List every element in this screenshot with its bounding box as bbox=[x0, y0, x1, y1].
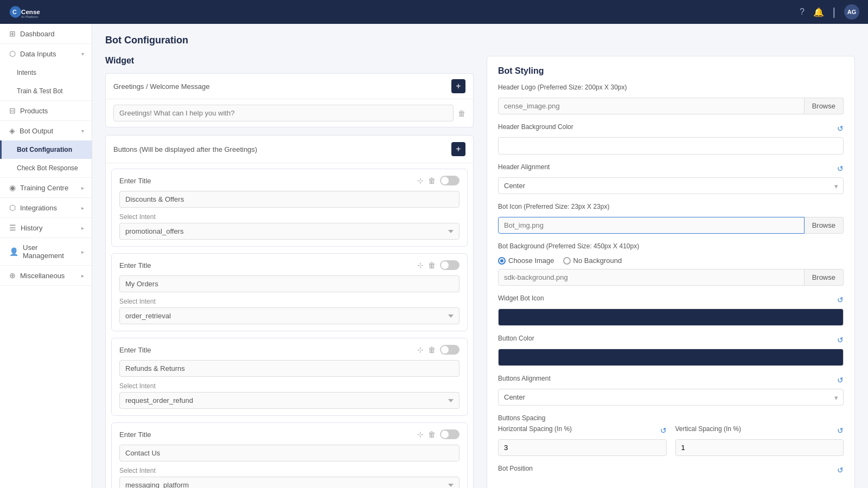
bot-bg-browse-button[interactable]: Browse bbox=[805, 269, 844, 286]
buttons-section: Buttons (Will be displayed after the Gre… bbox=[105, 135, 474, 488]
widget-bot-icon-bar[interactable] bbox=[498, 309, 844, 326]
sidebar-item-data-inputs[interactable]: ⬡ Data Inputs ▾ bbox=[0, 44, 92, 63]
chevron-icon: ▾ bbox=[81, 128, 84, 134]
sidebar-item-intents[interactable]: Intents bbox=[0, 63, 92, 82]
button-title-label-1: Enter Title bbox=[119, 177, 151, 185]
intent-label-3: Select Intent bbox=[119, 382, 459, 390]
reset-buttons-alignment-icon[interactable]: ↺ bbox=[837, 376, 844, 384]
bot-output-icon: ◈ bbox=[9, 126, 15, 135]
choose-image-radio[interactable]: Choose Image bbox=[498, 256, 554, 265]
chevron-icon: ▸ bbox=[81, 249, 84, 255]
header-alignment-field: Header Alignment ↺ CenterLeftRight bbox=[498, 163, 844, 194]
button-card-2: Enter Title ⊹ 🗑 Select Int bbox=[111, 253, 468, 331]
button-card-1: Enter Title ⊹ 🗑 Select Int bbox=[111, 169, 468, 247]
toggle-1[interactable] bbox=[440, 176, 459, 185]
reset-h-spacing-icon[interactable]: ↺ bbox=[660, 426, 667, 435]
widget-bot-icon-label: Widget Bot Icon bbox=[498, 294, 544, 302]
toggle-knob-1 bbox=[441, 177, 449, 184]
sidebar-item-label: Data Inputs bbox=[20, 50, 56, 58]
buttons-alignment-select-wrapper: CenterLeftRight bbox=[498, 389, 844, 406]
page-title: Bot Configuration bbox=[105, 35, 855, 46]
sidebar-item-training-centre[interactable]: ◉ Training Centre ▸ bbox=[0, 178, 92, 197]
sidebar-item-miscellaneous[interactable]: ⊕ Miscellaneous ▸ bbox=[0, 266, 92, 285]
header-logo-input[interactable] bbox=[498, 98, 805, 114]
button-card-4-header: Enter Title ⊹ 🗑 bbox=[119, 429, 459, 439]
button-card-4: Enter Title ⊹ 🗑 Select Int bbox=[111, 422, 468, 488]
intent-select-2[interactable]: order_retrieval bbox=[119, 307, 459, 324]
button-card-3-actions: ⊹ 🗑 bbox=[417, 345, 459, 355]
buttons-alignment-header: Buttons Alignment ↺ bbox=[498, 375, 844, 386]
delete-button-2-icon[interactable]: 🗑 bbox=[428, 261, 436, 269]
reset-header-bg-icon[interactable]: ↺ bbox=[837, 124, 844, 133]
toggle-3[interactable] bbox=[440, 345, 459, 355]
reset-button-color-icon[interactable]: ↺ bbox=[837, 336, 844, 344]
add-button-button[interactable]: + bbox=[451, 142, 465, 156]
divider: | bbox=[833, 6, 835, 18]
add-greeting-button[interactable]: + bbox=[451, 79, 465, 93]
choose-image-label: Choose Image bbox=[508, 256, 554, 265]
header-alignment-label: Header Alignment bbox=[498, 163, 550, 171]
header-alignment-select-wrapper: CenterLeftRight bbox=[498, 177, 844, 194]
sidebar-item-label: Training Centre bbox=[20, 184, 68, 192]
bot-icon-browse-button[interactable]: Browse bbox=[805, 217, 844, 234]
header-bg-color-header: Header Background Color ↺ bbox=[498, 123, 844, 134]
user-management-icon: 👤 bbox=[9, 247, 18, 256]
button-title-input-2[interactable] bbox=[119, 275, 459, 292]
buttons-list: Enter Title ⊹ 🗑 Select Int bbox=[106, 163, 473, 488]
sidebar-item-history[interactable]: ☰ History ▸ bbox=[0, 218, 92, 237]
drag-icon-2[interactable]: ⊹ bbox=[417, 261, 424, 269]
delete-button-1-icon[interactable]: 🗑 bbox=[428, 176, 436, 185]
delete-greeting-icon[interactable]: 🗑 bbox=[458, 109, 465, 118]
reset-bot-position-icon[interactable]: ↺ bbox=[837, 466, 844, 474]
bell-icon[interactable]: 🔔 bbox=[813, 7, 824, 17]
button-card-1-header: Enter Title ⊹ 🗑 bbox=[119, 176, 459, 185]
reset-header-alignment-icon[interactable]: ↺ bbox=[837, 164, 844, 173]
buttons-label: Buttons (Will be displayed after the Gre… bbox=[113, 145, 257, 153]
products-icon: ⊟ bbox=[9, 106, 16, 115]
no-bg-radio-dot bbox=[563, 257, 571, 265]
button-title-input-3[interactable] bbox=[119, 360, 459, 377]
header-logo-browse-button[interactable]: Browse bbox=[805, 98, 844, 114]
sidebar-item-check-bot-response[interactable]: Check Bot Response bbox=[0, 159, 92, 177]
history-icon: ☰ bbox=[9, 223, 16, 232]
bot-icon-input[interactable] bbox=[498, 217, 805, 234]
sidebar-item-user-management[interactable]: 👤 User Management ▸ bbox=[0, 238, 92, 265]
greeting-input[interactable] bbox=[113, 105, 454, 121]
user-avatar[interactable]: AG bbox=[844, 4, 859, 20]
intent-select-4[interactable]: messaging_platform bbox=[119, 477, 459, 488]
button-card-1-actions: ⊹ 🗑 bbox=[417, 176, 459, 185]
bot-bg-input[interactable] bbox=[498, 269, 805, 286]
header-alignment-select[interactable]: CenterLeftRight bbox=[498, 177, 844, 194]
sidebar-item-train-test[interactable]: Train & Test Bot bbox=[0, 82, 92, 100]
delete-button-4-icon[interactable]: 🗑 bbox=[428, 430, 436, 439]
button-title-input-4[interactable] bbox=[119, 445, 459, 461]
horizontal-spacing-input[interactable] bbox=[498, 439, 667, 456]
sidebar-item-dashboard[interactable]: ⊞ Dashboard bbox=[0, 24, 92, 43]
button-title-input-1[interactable] bbox=[119, 191, 459, 208]
reset-widget-bot-icon[interactable]: ↺ bbox=[837, 296, 844, 304]
header-bg-color-input[interactable] bbox=[498, 137, 844, 155]
drag-icon-1[interactable]: ⊹ bbox=[417, 176, 424, 185]
drag-icon-4[interactable]: ⊹ bbox=[417, 430, 424, 439]
sidebar-item-label: Bot Output bbox=[20, 127, 53, 135]
sidebar-item-products[interactable]: ⊟ Products bbox=[0, 101, 92, 120]
toggle-4[interactable] bbox=[440, 429, 459, 439]
sidebar-item-bot-configuration[interactable]: Bot Configuration bbox=[0, 140, 92, 159]
sidebar-item-bot-output[interactable]: ◈ Bot Output ▾ bbox=[0, 121, 92, 140]
toggle-2[interactable] bbox=[440, 260, 459, 270]
buttons-alignment-select[interactable]: CenterLeftRight bbox=[498, 389, 844, 406]
chevron-icon: ▸ bbox=[81, 185, 84, 191]
drag-icon-3[interactable]: ⊹ bbox=[417, 345, 424, 354]
intent-select-3[interactable]: request_order_refund bbox=[119, 392, 459, 409]
no-background-radio[interactable]: No Background bbox=[563, 256, 622, 265]
reset-v-spacing-icon[interactable]: ↺ bbox=[837, 426, 844, 435]
navbar-right: ? 🔔 | AG bbox=[800, 4, 859, 20]
help-icon[interactable]: ? bbox=[800, 7, 805, 17]
sidebar-item-integrations[interactable]: ⬡ Integrations ▸ bbox=[0, 198, 92, 217]
sidebar-item-label: Integrations bbox=[20, 204, 57, 212]
delete-button-3-icon[interactable]: 🗑 bbox=[428, 345, 436, 354]
sidebar-misc-section: ⊕ Miscellaneous ▸ bbox=[0, 266, 92, 286]
intent-select-1[interactable]: promotional_offers bbox=[119, 223, 459, 240]
button-color-bar[interactable] bbox=[498, 349, 844, 366]
vertical-spacing-input[interactable] bbox=[675, 439, 844, 456]
